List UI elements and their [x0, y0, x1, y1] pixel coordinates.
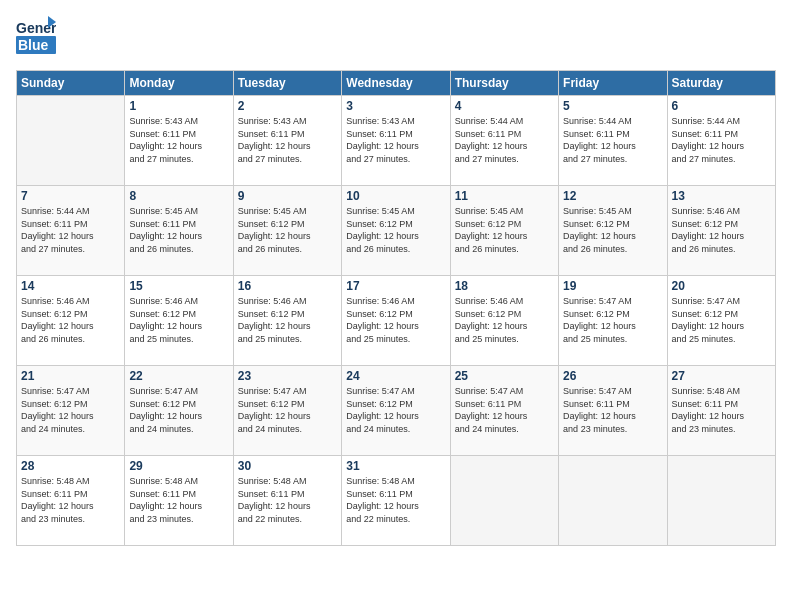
calendar-cell: 19Sunrise: 5:47 AM Sunset: 6:12 PM Dayli…: [559, 276, 667, 366]
day-number: 27: [672, 369, 771, 383]
day-info: Sunrise: 5:43 AM Sunset: 6:11 PM Dayligh…: [238, 115, 337, 165]
calendar-cell: 9Sunrise: 5:45 AM Sunset: 6:12 PM Daylig…: [233, 186, 341, 276]
calendar-cell: 8Sunrise: 5:45 AM Sunset: 6:11 PM Daylig…: [125, 186, 233, 276]
week-row-2: 7Sunrise: 5:44 AM Sunset: 6:11 PM Daylig…: [17, 186, 776, 276]
day-number: 8: [129, 189, 228, 203]
calendar-cell: 13Sunrise: 5:46 AM Sunset: 6:12 PM Dayli…: [667, 186, 775, 276]
day-info: Sunrise: 5:45 AM Sunset: 6:12 PM Dayligh…: [346, 205, 445, 255]
day-info: Sunrise: 5:45 AM Sunset: 6:12 PM Dayligh…: [563, 205, 662, 255]
svg-text:Blue: Blue: [18, 37, 49, 53]
weekday-friday: Friday: [559, 71, 667, 96]
calendar-cell: 25Sunrise: 5:47 AM Sunset: 6:11 PM Dayli…: [450, 366, 558, 456]
day-number: 10: [346, 189, 445, 203]
day-number: 26: [563, 369, 662, 383]
calendar-cell: [667, 456, 775, 546]
day-info: Sunrise: 5:48 AM Sunset: 6:11 PM Dayligh…: [346, 475, 445, 525]
calendar-cell: 14Sunrise: 5:46 AM Sunset: 6:12 PM Dayli…: [17, 276, 125, 366]
calendar-cell: [17, 96, 125, 186]
calendar-cell: 22Sunrise: 5:47 AM Sunset: 6:12 PM Dayli…: [125, 366, 233, 456]
day-number: 23: [238, 369, 337, 383]
day-number: 9: [238, 189, 337, 203]
calendar-cell: 27Sunrise: 5:48 AM Sunset: 6:11 PM Dayli…: [667, 366, 775, 456]
day-info: Sunrise: 5:47 AM Sunset: 6:12 PM Dayligh…: [346, 385, 445, 435]
calendar-cell: 12Sunrise: 5:45 AM Sunset: 6:12 PM Dayli…: [559, 186, 667, 276]
day-info: Sunrise: 5:47 AM Sunset: 6:12 PM Dayligh…: [563, 295, 662, 345]
day-number: 22: [129, 369, 228, 383]
calendar-cell: 1Sunrise: 5:43 AM Sunset: 6:11 PM Daylig…: [125, 96, 233, 186]
weekday-header-row: SundayMondayTuesdayWednesdayThursdayFrid…: [17, 71, 776, 96]
calendar-cell: 20Sunrise: 5:47 AM Sunset: 6:12 PM Dayli…: [667, 276, 775, 366]
calendar-cell: [450, 456, 558, 546]
day-number: 17: [346, 279, 445, 293]
calendar-cell: 31Sunrise: 5:48 AM Sunset: 6:11 PM Dayli…: [342, 456, 450, 546]
calendar-cell: 21Sunrise: 5:47 AM Sunset: 6:12 PM Dayli…: [17, 366, 125, 456]
week-row-5: 28Sunrise: 5:48 AM Sunset: 6:11 PM Dayli…: [17, 456, 776, 546]
calendar-cell: 30Sunrise: 5:48 AM Sunset: 6:11 PM Dayli…: [233, 456, 341, 546]
day-number: 11: [455, 189, 554, 203]
day-info: Sunrise: 5:47 AM Sunset: 6:11 PM Dayligh…: [563, 385, 662, 435]
calendar-cell: 7Sunrise: 5:44 AM Sunset: 6:11 PM Daylig…: [17, 186, 125, 276]
logo: General Blue: [16, 16, 60, 60]
day-info: Sunrise: 5:43 AM Sunset: 6:11 PM Dayligh…: [346, 115, 445, 165]
day-info: Sunrise: 5:47 AM Sunset: 6:12 PM Dayligh…: [21, 385, 120, 435]
logo-graphic: General Blue: [16, 16, 56, 60]
day-number: 15: [129, 279, 228, 293]
day-info: Sunrise: 5:45 AM Sunset: 6:11 PM Dayligh…: [129, 205, 228, 255]
weekday-sunday: Sunday: [17, 71, 125, 96]
calendar-cell: 26Sunrise: 5:47 AM Sunset: 6:11 PM Dayli…: [559, 366, 667, 456]
day-number: 31: [346, 459, 445, 473]
week-row-3: 14Sunrise: 5:46 AM Sunset: 6:12 PM Dayli…: [17, 276, 776, 366]
day-number: 20: [672, 279, 771, 293]
day-number: 6: [672, 99, 771, 113]
calendar-cell: 18Sunrise: 5:46 AM Sunset: 6:12 PM Dayli…: [450, 276, 558, 366]
day-info: Sunrise: 5:44 AM Sunset: 6:11 PM Dayligh…: [563, 115, 662, 165]
calendar-cell: 16Sunrise: 5:46 AM Sunset: 6:12 PM Dayli…: [233, 276, 341, 366]
day-number: 1: [129, 99, 228, 113]
calendar-cell: 24Sunrise: 5:47 AM Sunset: 6:12 PM Dayli…: [342, 366, 450, 456]
day-number: 21: [21, 369, 120, 383]
calendar-cell: 10Sunrise: 5:45 AM Sunset: 6:12 PM Dayli…: [342, 186, 450, 276]
header: General Blue: [16, 16, 776, 60]
weekday-tuesday: Tuesday: [233, 71, 341, 96]
day-number: 14: [21, 279, 120, 293]
day-info: Sunrise: 5:46 AM Sunset: 6:12 PM Dayligh…: [672, 205, 771, 255]
calendar-cell: 15Sunrise: 5:46 AM Sunset: 6:12 PM Dayli…: [125, 276, 233, 366]
calendar-cell: 28Sunrise: 5:48 AM Sunset: 6:11 PM Dayli…: [17, 456, 125, 546]
day-info: Sunrise: 5:48 AM Sunset: 6:11 PM Dayligh…: [129, 475, 228, 525]
day-info: Sunrise: 5:44 AM Sunset: 6:11 PM Dayligh…: [672, 115, 771, 165]
day-number: 13: [672, 189, 771, 203]
day-info: Sunrise: 5:47 AM Sunset: 6:12 PM Dayligh…: [672, 295, 771, 345]
day-info: Sunrise: 5:44 AM Sunset: 6:11 PM Dayligh…: [21, 205, 120, 255]
weekday-monday: Monday: [125, 71, 233, 96]
day-number: 28: [21, 459, 120, 473]
logo-container: General Blue: [16, 16, 60, 60]
day-number: 16: [238, 279, 337, 293]
day-number: 4: [455, 99, 554, 113]
calendar-table: SundayMondayTuesdayWednesdayThursdayFrid…: [16, 70, 776, 546]
calendar-cell: 29Sunrise: 5:48 AM Sunset: 6:11 PM Dayli…: [125, 456, 233, 546]
weekday-wednesday: Wednesday: [342, 71, 450, 96]
day-number: 7: [21, 189, 120, 203]
day-number: 3: [346, 99, 445, 113]
day-number: 19: [563, 279, 662, 293]
day-info: Sunrise: 5:46 AM Sunset: 6:12 PM Dayligh…: [238, 295, 337, 345]
day-number: 29: [129, 459, 228, 473]
calendar-cell: 4Sunrise: 5:44 AM Sunset: 6:11 PM Daylig…: [450, 96, 558, 186]
calendar-cell: 3Sunrise: 5:43 AM Sunset: 6:11 PM Daylig…: [342, 96, 450, 186]
calendar-cell: [559, 456, 667, 546]
calendar-body: 1Sunrise: 5:43 AM Sunset: 6:11 PM Daylig…: [17, 96, 776, 546]
calendar-cell: 2Sunrise: 5:43 AM Sunset: 6:11 PM Daylig…: [233, 96, 341, 186]
day-info: Sunrise: 5:47 AM Sunset: 6:12 PM Dayligh…: [238, 385, 337, 435]
day-info: Sunrise: 5:43 AM Sunset: 6:11 PM Dayligh…: [129, 115, 228, 165]
day-number: 12: [563, 189, 662, 203]
calendar-cell: 23Sunrise: 5:47 AM Sunset: 6:12 PM Dayli…: [233, 366, 341, 456]
day-number: 18: [455, 279, 554, 293]
day-info: Sunrise: 5:45 AM Sunset: 6:12 PM Dayligh…: [238, 205, 337, 255]
day-number: 30: [238, 459, 337, 473]
calendar-cell: 17Sunrise: 5:46 AM Sunset: 6:12 PM Dayli…: [342, 276, 450, 366]
day-info: Sunrise: 5:46 AM Sunset: 6:12 PM Dayligh…: [346, 295, 445, 345]
calendar-cell: 11Sunrise: 5:45 AM Sunset: 6:12 PM Dayli…: [450, 186, 558, 276]
week-row-4: 21Sunrise: 5:47 AM Sunset: 6:12 PM Dayli…: [17, 366, 776, 456]
day-info: Sunrise: 5:46 AM Sunset: 6:12 PM Dayligh…: [455, 295, 554, 345]
day-number: 25: [455, 369, 554, 383]
